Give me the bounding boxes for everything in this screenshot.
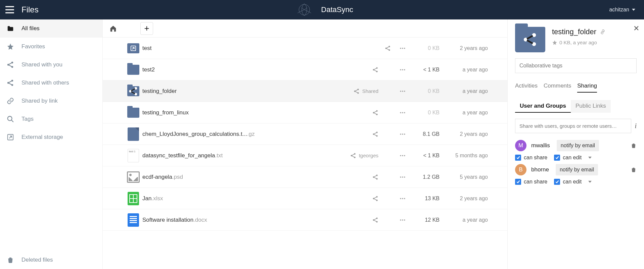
share-icon	[7, 61, 14, 68]
can-edit-checkbox[interactable]: can edit	[554, 179, 582, 185]
sidebar-item-deleted-files[interactable]: Deleted files	[0, 251, 102, 269]
file-date: 5 months ago	[447, 153, 507, 159]
can-share-checkbox[interactable]: can share	[515, 155, 547, 161]
dots-icon	[399, 45, 406, 52]
can-share-checkbox[interactable]: can share	[515, 179, 547, 185]
sidebar-item-tags[interactable]: Tags	[0, 110, 102, 128]
sidebar-item-external-storage[interactable]: External storage	[0, 128, 102, 146]
file-row[interactable]: testing_folder Shared 0 KB a year ago	[103, 80, 507, 102]
new-button[interactable]: +	[140, 22, 153, 35]
share-button[interactable]	[333, 196, 380, 202]
file-date: a year ago	[447, 217, 507, 223]
spreadsheet-file-icon	[128, 192, 139, 205]
plus-icon: +	[144, 23, 149, 34]
remove-collaborator-button[interactable]	[631, 143, 637, 149]
share-icon	[7, 79, 14, 87]
folder-icon	[127, 65, 139, 75]
share-icon	[372, 217, 378, 223]
more-actions-button[interactable]	[395, 66, 410, 73]
more-actions-button[interactable]	[395, 152, 410, 159]
file-list: test 0 KB 2 years ago test2 < 1 KB a yea…	[103, 38, 507, 269]
file-row[interactable]: Software installation.docx 12 KB a year …	[103, 209, 507, 231]
share-button[interactable]: tgeorges	[333, 153, 380, 159]
file-row[interactable]: test 0 KB 2 years ago	[103, 38, 507, 59]
share-button[interactable]	[333, 217, 380, 223]
sidebar-item-all-files[interactable]: All files	[0, 19, 102, 38]
text-file-icon: test 1	[128, 149, 139, 162]
info-icon[interactable]: i	[635, 122, 637, 130]
share-with-input[interactable]	[515, 119, 631, 133]
share-button[interactable]: Shared	[333, 88, 380, 94]
more-actions-button[interactable]	[395, 131, 410, 138]
sidebar-item-shared-with-others[interactable]: Shared with others	[0, 74, 102, 92]
file-size: < 1 KB	[410, 153, 447, 159]
file-date: 5 years ago	[447, 174, 507, 180]
file-size: 0 KB	[410, 88, 447, 94]
subtab-public-links[interactable]: Public Links	[571, 100, 611, 113]
share-button[interactable]	[333, 67, 380, 73]
sidebar-item-shared-with-you[interactable]: Shared with you	[0, 56, 102, 74]
trash-icon	[7, 256, 14, 264]
menu-icon	[5, 5, 14, 14]
share-button[interactable]	[333, 110, 380, 116]
file-size: 1.2 GB	[410, 174, 447, 180]
file-date: 2 years ago	[447, 45, 507, 51]
sidebar-item-label: Shared by link	[21, 98, 58, 104]
file-name: testing_from_linux	[142, 109, 333, 116]
share-button[interactable]	[333, 174, 380, 180]
more-actions-button[interactable]	[395, 195, 410, 202]
sidebar-item-favorites[interactable]: Favorites	[0, 38, 102, 56]
permissions-dropdown[interactable]	[588, 157, 592, 159]
file-row[interactable]: testing_from_linux 0 KB a year ago	[103, 102, 507, 123]
collaborative-tags-input[interactable]	[515, 58, 637, 73]
remove-collaborator-button[interactable]	[631, 167, 637, 173]
more-actions-button[interactable]	[395, 45, 410, 52]
more-actions-button[interactable]	[395, 174, 410, 180]
collaborator-name: mwallis	[531, 142, 550, 149]
file-date: a year ago	[447, 88, 507, 94]
permissions-dropdown[interactable]	[588, 181, 592, 183]
more-actions-button[interactable]	[395, 88, 410, 95]
tab-activities[interactable]: Activities	[515, 83, 538, 93]
details-tabs: ActivitiesCommentsSharing	[515, 83, 637, 93]
folder-shared-icon	[127, 86, 139, 96]
image-file-icon	[127, 171, 140, 183]
file-row[interactable]: test2 < 1 KB a year ago	[103, 59, 507, 80]
breadcrumb-home[interactable]	[109, 25, 117, 32]
brand-logo-icon	[291, 3, 318, 16]
sidebar-item-shared-by-link[interactable]: Shared by link	[0, 92, 102, 110]
more-actions-button[interactable]	[395, 217, 410, 223]
user-menu[interactable]: achitzan	[609, 7, 635, 13]
star-icon[interactable]	[552, 40, 557, 45]
external-share-icon	[127, 43, 139, 53]
close-details-button[interactable]: ✕	[633, 24, 639, 33]
hamburger-menu-button[interactable]	[0, 5, 19, 14]
notify-by-email-button[interactable]: notify by email	[556, 164, 598, 175]
share-button[interactable]	[333, 131, 380, 137]
chevron-down-icon	[632, 9, 635, 11]
file-row[interactable]: ecdf-angela.psd 1.2 GB 5 years ago	[103, 166, 507, 188]
folder-icon	[7, 25, 14, 32]
file-row[interactable]: Jan.xlsx 13 KB 2 years ago	[103, 188, 507, 209]
tab-comments[interactable]: Comments	[544, 83, 571, 93]
share-icon	[372, 196, 378, 202]
share-icon	[372, 110, 378, 116]
share-icon	[372, 174, 378, 180]
file-name: Software installation.docx	[142, 217, 333, 223]
avatar: B	[515, 164, 526, 175]
file-size: 0 KB	[410, 45, 447, 51]
can-edit-checkbox[interactable]: can edit	[554, 155, 582, 161]
share-action-button[interactable]	[380, 45, 395, 51]
details-panel: ✕ testing_folder 0 KB, a year ago Activi…	[507, 19, 644, 269]
subtab-user-and-groups[interactable]: User and Groups	[515, 100, 571, 113]
file-row[interactable]: chem_LloydJones_group_calculations.t....…	[103, 123, 507, 145]
top-bar: Files DataSync achitzan	[0, 0, 644, 19]
more-actions-button[interactable]	[395, 109, 410, 116]
sidebar: All filesFavoritesShared with youShared …	[0, 19, 103, 269]
share-icon	[350, 153, 356, 159]
sidebar-item-label: Shared with others	[21, 79, 69, 86]
tab-sharing[interactable]: Sharing	[577, 83, 597, 93]
notify-by-email-button[interactable]: notify by email	[557, 140, 599, 151]
link-icon[interactable]	[600, 29, 606, 35]
file-row[interactable]: test 1 datasync_testfile_for_angela.txt …	[103, 145, 507, 166]
